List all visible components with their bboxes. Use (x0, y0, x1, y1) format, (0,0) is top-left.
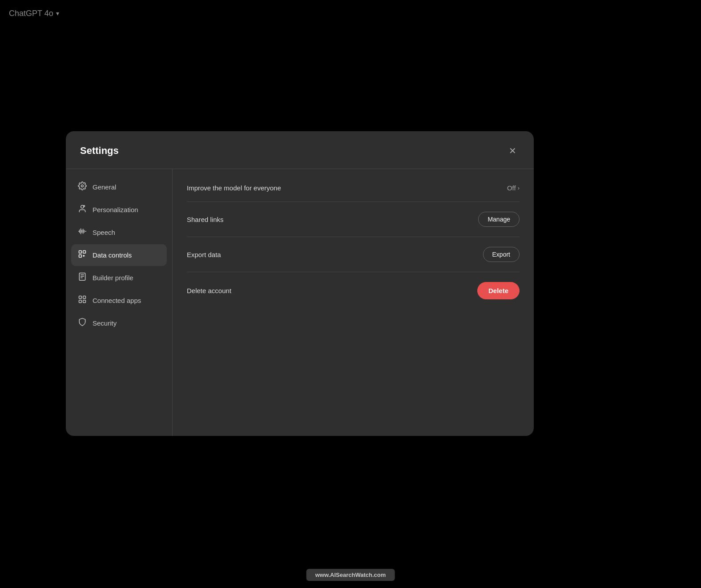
improve-model-status: Off › (507, 184, 520, 192)
content-area: Improve the model for everyone Off › Sha… (173, 169, 534, 436)
sidebar-item-data-controls[interactable]: Data controls (71, 244, 167, 266)
export-data-row: Export data Export (187, 237, 520, 272)
shared-links-row: Shared links Manage (187, 202, 520, 237)
gear-icon (77, 181, 87, 193)
sidebar-item-general-label: General (93, 183, 116, 191)
modal-body: General Personalization (66, 169, 534, 436)
apps-icon (77, 295, 87, 306)
sidebar-item-speech-label: Speech (93, 229, 115, 236)
builder-icon (77, 272, 87, 283)
svg-rect-18 (79, 300, 82, 303)
svg-rect-16 (79, 296, 82, 299)
svg-rect-11 (79, 255, 82, 258)
model-chevron: ▾ (56, 10, 59, 17)
shared-links-label: Shared links (187, 216, 224, 223)
sidebar-item-personalization[interactable]: Personalization (71, 199, 167, 221)
delete-account-row: Delete account Delete (187, 272, 520, 309)
svg-rect-10 (83, 251, 86, 254)
sidebar: General Personalization (66, 169, 173, 436)
shared-links-action: Manage (478, 212, 520, 227)
svg-rect-12 (79, 273, 85, 281)
export-data-action: Export (483, 247, 520, 262)
shield-icon (77, 318, 87, 329)
waveform-icon (77, 227, 87, 238)
manage-button[interactable]: Manage (478, 212, 520, 227)
model-name: ChatGPT 4o (9, 9, 53, 18)
person-star-icon (77, 204, 87, 215)
improve-model-label: Improve the model for everyone (187, 184, 281, 192)
sidebar-item-connected-apps[interactable]: Connected apps (71, 290, 167, 311)
watermark: www.AISearchWatch.com (306, 569, 395, 581)
delete-account-action: Delete (477, 282, 520, 299)
sidebar-item-builder-profile-label: Builder profile (93, 274, 133, 282)
svg-rect-9 (79, 251, 82, 254)
export-data-label: Export data (187, 251, 221, 258)
sidebar-item-data-controls-label: Data controls (93, 251, 132, 259)
sidebar-item-connected-apps-label: Connected apps (93, 297, 141, 304)
modal-title: Settings (80, 145, 119, 157)
sidebar-item-security-label: Security (93, 319, 117, 327)
sidebar-item-general[interactable]: General (71, 176, 167, 198)
sidebar-item-builder-profile[interactable]: Builder profile (71, 267, 167, 289)
top-bar: ChatGPT 4o ▾ (0, 0, 701, 27)
export-button[interactable]: Export (483, 247, 520, 262)
delete-button[interactable]: Delete (477, 282, 520, 299)
sidebar-item-security[interactable]: Security (71, 312, 167, 334)
close-button[interactable]: ✕ (505, 144, 520, 158)
delete-account-label: Delete account (187, 287, 231, 294)
sidebar-item-speech[interactable]: Speech (71, 222, 167, 243)
modal-header: Settings ✕ (66, 131, 534, 169)
svg-point-0 (81, 185, 84, 187)
settings-modal: Settings ✕ General (66, 131, 534, 436)
improve-model-chevron: › (518, 185, 520, 191)
svg-rect-17 (83, 296, 86, 299)
improve-model-row: Improve the model for everyone Off › (187, 174, 520, 202)
data-icon (77, 250, 87, 261)
sidebar-item-personalization-label: Personalization (93, 206, 138, 213)
model-selector[interactable]: ChatGPT 4o ▾ (9, 9, 59, 18)
improve-model-action[interactable]: Off › (507, 184, 520, 192)
svg-rect-19 (83, 300, 86, 303)
